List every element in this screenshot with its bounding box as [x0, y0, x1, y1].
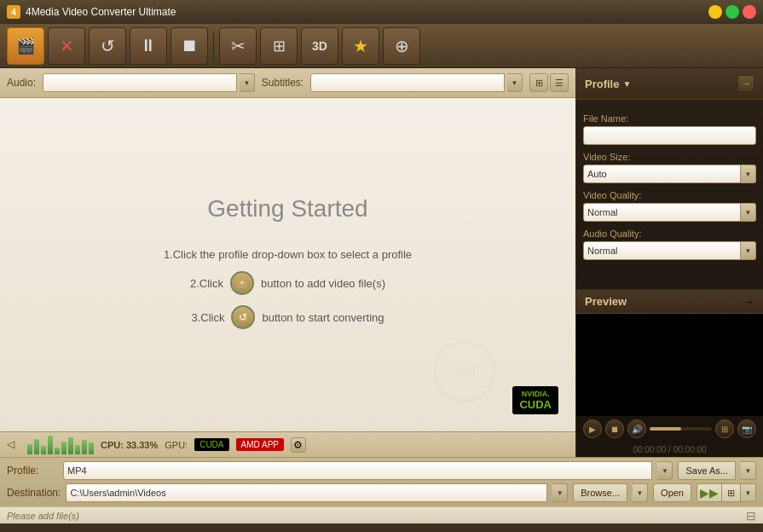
- left-panel: Audio: ▼ Subtitles: ▼ ⊞ ☰ Getting Starte…: [0, 68, 575, 457]
- stop-button[interactable]: ⏹: [171, 27, 208, 65]
- amd-button[interactable]: AMD APP: [236, 438, 284, 451]
- time-display: 00:00:00 / 00:00:00: [633, 445, 706, 454]
- close-icon: ✕: [60, 36, 74, 56]
- close-button-toolbar[interactable]: ✕: [48, 27, 85, 65]
- collapse-icon[interactable]: ◁: [7, 438, 20, 452]
- convert-to-button[interactable]: ⊞: [722, 483, 741, 502]
- profile-settings: File Name: Video Size: Auto ▼ Video Qual…: [576, 100, 763, 289]
- maximize-button[interactable]: [725, 5, 739, 19]
- volume-button[interactable]: 🔊: [627, 419, 646, 438]
- step-2: 2.Click + button to add video file(s): [190, 271, 385, 295]
- pause-button[interactable]: ⏸: [130, 27, 167, 65]
- step-3-text: button to start converting: [262, 311, 384, 324]
- convert-dropdown[interactable]: ▼: [741, 483, 756, 502]
- convert-main-button[interactable]: ▶▶: [697, 483, 722, 502]
- step-1-text: 1.Click the profile drop-down box to sel…: [164, 248, 412, 261]
- titlebar: 4 4Media Video Converter Ultimate: [0, 0, 763, 24]
- video-size-wrap: Auto ▼: [583, 165, 756, 183]
- video-quality-select[interactable]: Normal: [583, 203, 741, 222]
- fullscreen-button[interactable]: ⊞: [715, 419, 734, 438]
- subtitles-dropdown-arrow[interactable]: ▼: [507, 73, 523, 92]
- preview-header: Preview →: [576, 290, 763, 314]
- main-area: Audio: ▼ Subtitles: ▼ ⊞ ☰ Getting Starte…: [0, 68, 763, 457]
- preview-title: Preview: [585, 295, 627, 308]
- video-quality-arrow[interactable]: ▼: [741, 203, 756, 222]
- audio-quality-arrow[interactable]: ▼: [741, 241, 756, 260]
- profile-bottom-select[interactable]: MP4: [63, 461, 652, 480]
- profile-bottom-label: Profile:: [7, 465, 58, 477]
- refresh-button[interactable]: ↺: [89, 27, 126, 65]
- toolbar: 🎬 ✕ ↺ ⏸ ⏹ ✂ ⊞ 3D ★ ⊕: [0, 24, 763, 68]
- browse-button[interactable]: Browse...: [573, 483, 627, 502]
- svg-text:+: +: [240, 278, 245, 287]
- destination-label: Destination:: [7, 487, 61, 499]
- destination-select[interactable]: C:\Users\admin\Videos: [66, 483, 547, 502]
- wave-bar: [82, 440, 87, 454]
- preview-section: Preview → ▶ ⏹ 🔊 ⊞ 📷 00:00:00 / 00:00:00: [576, 289, 763, 457]
- convert-icon: ↺: [231, 305, 255, 329]
- stop-icon: ⏹: [181, 36, 198, 55]
- status-detail-icon[interactable]: ⊟: [746, 509, 756, 523]
- cuda-badge: NVIDIA. CUDA: [512, 386, 558, 414]
- audio-quality-select[interactable]: Normal: [583, 241, 741, 260]
- video-size-select[interactable]: Auto: [583, 165, 741, 183]
- save-as-arrow[interactable]: ▼: [741, 461, 756, 480]
- wave-display: [27, 436, 94, 454]
- destination-arrow[interactable]: ▼: [552, 483, 568, 502]
- minimize-button[interactable]: [708, 5, 722, 19]
- gpu-settings-icon[interactable]: ⚙: [291, 437, 306, 453]
- gpu-label: GPU:: [165, 440, 188, 450]
- profile-nav-arrow[interactable]: →: [737, 75, 754, 92]
- browse-arrow[interactable]: ▼: [633, 483, 648, 502]
- status-footer: Please add file(s) ⊟: [0, 506, 763, 523]
- grid-view-icon[interactable]: ⊞: [529, 73, 548, 92]
- wave-bar: [55, 448, 60, 454]
- audio-quality-label: Audio Quality:: [583, 228, 756, 239]
- status-text: Please add file(s): [7, 511, 79, 521]
- open-button[interactable]: Open: [653, 483, 691, 502]
- step-2-text: button to add video file(s): [261, 277, 385, 290]
- save-as-button[interactable]: Save As...: [678, 461, 736, 480]
- getting-started-title: Getting Started: [207, 195, 367, 223]
- getting-started-panel: Getting Started 1.Click the profile drop…: [0, 98, 575, 431]
- cuda-button[interactable]: CUDA: [194, 438, 228, 451]
- file-name-input[interactable]: [583, 126, 756, 145]
- audio-label: Audio:: [7, 77, 36, 89]
- add-video-icon: 🎬: [16, 37, 35, 55]
- stop-media-button[interactable]: ⏹: [605, 419, 624, 438]
- svg-text:↺: ↺: [239, 311, 247, 323]
- add-segment-button[interactable]: ⊕: [383, 27, 420, 65]
- audio-select[interactable]: [43, 73, 237, 92]
- 3d-button[interactable]: 3D: [301, 27, 338, 65]
- effects-button[interactable]: ★: [342, 27, 379, 65]
- preview-video: [576, 314, 763, 416]
- wave-bar: [61, 442, 66, 454]
- split-icon: ⊞: [273, 37, 286, 55]
- wave-bar: [27, 444, 32, 454]
- play-button[interactable]: ▶: [583, 419, 602, 438]
- bottom-bar: Profile: MP4 ▼ Save As... ▼ Destination:…: [0, 457, 763, 506]
- refresh-icon: ↺: [101, 36, 115, 56]
- subtitles-label: Subtitles:: [262, 77, 303, 89]
- view-toggle: ⊞ ☰: [529, 73, 569, 92]
- convert-buttons: ▶▶ ⊞ ▼: [697, 483, 756, 502]
- cpu-value: CPU: 33.33%: [101, 440, 158, 450]
- profile-bottom-arrow[interactable]: ▼: [657, 461, 673, 480]
- add-video-button[interactable]: 🎬: [7, 27, 44, 65]
- close-button[interactable]: [743, 5, 756, 19]
- split-button[interactable]: ⊞: [260, 27, 298, 65]
- app-icon: 4: [7, 5, 20, 19]
- star-icon: ★: [353, 36, 368, 56]
- cuda-label: CUDA: [519, 398, 552, 411]
- list-view-icon[interactable]: ☰: [550, 73, 569, 92]
- cut-button[interactable]: ✂: [219, 27, 257, 65]
- status-bar: ◁ CPU: 33.33% GPU: CUDA AMD APP ⚙: [0, 431, 575, 457]
- preview-nav-arrow[interactable]: →: [744, 296, 754, 308]
- audio-quality-wrap: Normal ▼: [583, 241, 756, 260]
- video-size-arrow[interactable]: ▼: [741, 165, 756, 183]
- volume-slider[interactable]: [650, 427, 712, 431]
- audio-dropdown-arrow[interactable]: ▼: [240, 73, 255, 92]
- snapshot-button[interactable]: 📷: [737, 419, 756, 438]
- subtitles-select[interactable]: [310, 73, 505, 92]
- wave-bar: [89, 442, 94, 454]
